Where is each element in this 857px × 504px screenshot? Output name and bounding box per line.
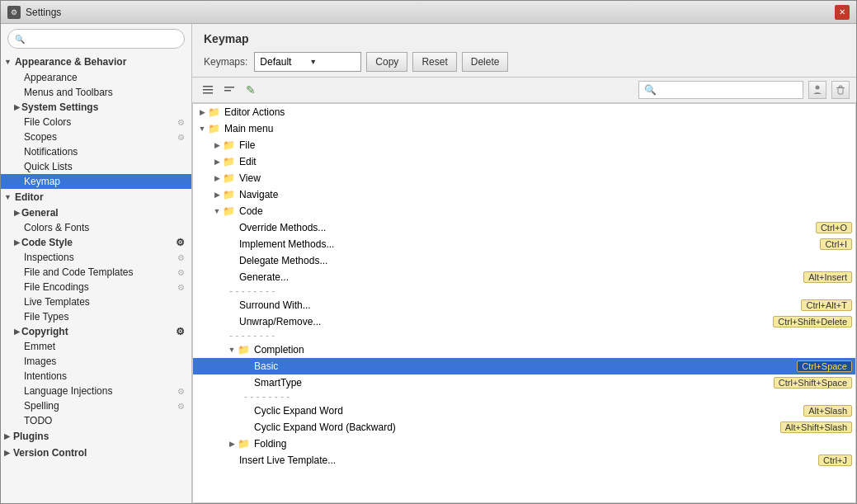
keymap-tree-row[interactable]: ▼📁Main menu <box>193 120 855 137</box>
edit-button[interactable]: ✎ <box>242 81 260 99</box>
folder-icon: 📁 <box>223 156 235 167</box>
reset-button[interactable]: Reset <box>412 52 456 72</box>
folder-icon: 📁 <box>208 106 220 118</box>
sidebar-item-notifications[interactable]: Notifications <box>1 144 191 159</box>
sidebar-search-box[interactable]: 🔍 <box>7 29 185 49</box>
keymap-tree-row[interactable]: BasicCtrl+Space <box>193 358 855 374</box>
keymap-tree-row[interactable]: ▶📁File <box>193 137 855 153</box>
keymap-item-label: Basic <box>252 360 793 372</box>
chevron-right-icon: ▶ <box>211 141 223 149</box>
keymaps-value: Default <box>260 56 306 68</box>
sidebar-item-keymap[interactable]: Keymap <box>1 174 191 189</box>
keymap-tree-row[interactable]: Generate...Alt+Insert <box>193 269 855 285</box>
keymap-tree-row[interactable]: Unwrap/Remove...Ctrl+Shift+Delete <box>193 313 855 330</box>
keymap-tree-row[interactable]: ▼📁Code <box>193 203 855 219</box>
keymap-tree-row[interactable]: ▶📁Navigate <box>193 186 855 203</box>
sidebar-item-plugins[interactable]: ▶ Plugins <box>1 428 191 445</box>
chevron-right-icon: ▶ <box>226 440 238 448</box>
keymap-tree-row[interactable]: Delegate Methods... <box>193 252 855 269</box>
sidebar-item-todo[interactable]: TODO <box>1 413 191 428</box>
chevron-down-icon: ▼ <box>4 193 12 201</box>
keymap-search-input[interactable] <box>660 85 798 95</box>
keymap-tree-row[interactable]: Cyclic Expand Word (Backward)Alt+Shift+S… <box>193 419 855 436</box>
sidebar-item-file-encodings[interactable]: File Encodings ⚙ <box>1 280 191 294</box>
keymap-tree-row[interactable]: ▶📁View <box>193 170 855 186</box>
keymaps-dropdown[interactable]: Default ▼ <box>254 52 361 72</box>
sidebar-search-input[interactable] <box>28 34 177 44</box>
sidebar-item-file-code-templates[interactable]: File and Code Templates ⚙ <box>1 265 191 280</box>
keymap-tree-row[interactable]: ▶📁Editor Actions <box>193 104 855 120</box>
shortcut-badge: Ctrl+Shift+Delete <box>773 316 852 327</box>
sidebar-item-live-templates[interactable]: Live Templates <box>1 294 191 309</box>
chevron-right-icon: ▶ <box>14 327 20 336</box>
sidebar-item-file-colors[interactable]: File Colors ⚙ <box>1 115 191 130</box>
keymap-tree-row[interactable]: Cyclic Expand WordAlt+Slash <box>193 403 855 419</box>
keymap-header: Keymap Keymaps: Default ▼ Copy Reset Del… <box>192 24 856 78</box>
keymap-tree: ▶📁Editor Actions▼📁Main menu▶📁File▶📁Edit▶… <box>192 103 856 503</box>
close-button[interactable]: ✕ <box>835 5 850 20</box>
person-icon <box>812 85 822 95</box>
expand-all-icon <box>202 84 214 96</box>
chevron-right-icon: ▶ <box>4 449 10 457</box>
separator: - - - - - - - - <box>193 330 855 341</box>
sidebar-item-colors-fonts[interactable]: Colors & Fonts <box>1 220 191 235</box>
keymap-tree-row[interactable]: Override Methods...Ctrl+O <box>193 219 855 236</box>
keymap-tree-row[interactable]: Insert Live Template...Ctrl+J <box>193 452 855 469</box>
sidebar-item-general[interactable]: ▶ General <box>1 205 191 220</box>
keymap-item-label: Generate... <box>238 271 800 283</box>
keymap-item-label: Unwrap/Remove... <box>238 316 770 327</box>
window-title: Settings <box>26 7 61 18</box>
folder-icon: 📁 <box>238 344 250 356</box>
sidebar-item-language-injections[interactable]: Language Injections ⚙ <box>1 384 191 398</box>
main-area: Keymap Keymaps: Default ▼ Copy Reset Del… <box>192 24 856 503</box>
sidebar-item-code-style[interactable]: ▶ Code Style ⚙ <box>1 235 191 250</box>
svg-point-5 <box>816 86 820 90</box>
settings-icon: ⚙ <box>177 268 185 277</box>
collapse-all-icon <box>224 84 235 96</box>
sidebar-item-quick-lists[interactable]: Quick Lists <box>1 159 191 174</box>
filter-button[interactable] <box>808 81 826 99</box>
sidebar-item-inspections[interactable]: Inspections ⚙ <box>1 250 191 265</box>
sidebar-item-file-types[interactable]: File Types <box>1 309 191 324</box>
sidebar-item-version-control[interactable]: ▶ Version Control <box>1 445 191 461</box>
settings-icon: ⚙ <box>177 402 185 411</box>
sidebar-item-scopes[interactable]: Scopes ⚙ <box>1 130 191 144</box>
shortcut-badge: Ctrl+Space <box>797 360 852 372</box>
collapse-all-button[interactable] <box>220 81 238 99</box>
keymap-tree-row[interactable]: Surround With...Ctrl+Alt+T <box>193 297 855 313</box>
sidebar-item-intentions[interactable]: Intentions <box>1 369 191 384</box>
sidebar-item-menus-toolbars[interactable]: Menus and Toolbars <box>1 85 191 100</box>
keymap-item-label: Insert Live Template... <box>238 455 815 466</box>
sidebar-item-editor[interactable]: ▼ Editor <box>1 189 191 205</box>
keymap-tree-row[interactable]: SmartTypeCtrl+Shift+Space <box>193 374 855 391</box>
delete-button[interactable]: Delete <box>462 52 509 72</box>
keymap-search-box[interactable]: 🔍 <box>638 81 803 99</box>
keymap-tree-row[interactable]: ▶📁Edit <box>193 153 855 170</box>
expand-all-button[interactable] <box>199 81 217 99</box>
sidebar-item-emmet[interactable]: Emmet <box>1 339 191 354</box>
settings-window: ⚙ Settings ✕ 🔍 ▼ Appearance & Behavior A… <box>0 0 857 504</box>
folder-icon: 📁 <box>223 172 235 184</box>
sidebar-item-appearance[interactable]: Appearance <box>1 70 191 85</box>
folder-icon: 📁 <box>223 189 235 200</box>
keymap-item-label: Cyclic Expand Word (Backward) <box>252 422 777 433</box>
search-icon: 🔍 <box>644 84 657 96</box>
keymap-tree-row[interactable]: ▼📁Completion <box>193 341 855 358</box>
sidebar-item-copyright[interactable]: ▶ Copyright ⚙ <box>1 324 191 339</box>
sidebar-item-system-settings[interactable]: ▶ System Settings <box>1 100 191 115</box>
sidebar-item-spelling[interactable]: Spelling ⚙ <box>1 398 191 413</box>
copy-button[interactable]: Copy <box>366 52 407 72</box>
keymap-tree-row[interactable]: ▶📁Folding <box>193 436 855 452</box>
sidebar-item-images[interactable]: Images <box>1 354 191 369</box>
sidebar-item-appearance-behavior[interactable]: ▼ Appearance & Behavior <box>1 54 191 70</box>
shortcut-badge: Alt+Slash <box>803 405 852 417</box>
shortcut-badge: Alt+Shift+Slash <box>780 422 852 433</box>
chevron-right-icon: ▶ <box>196 108 208 116</box>
svg-rect-2 <box>203 92 213 94</box>
shortcut-badge: Ctrl+Alt+T <box>801 299 852 311</box>
keymap-tree-row[interactable]: Implement Methods...Ctrl+I <box>193 236 855 252</box>
chevron-right-icon: ▶ <box>211 174 223 182</box>
keymap-item-label: Editor Actions <box>223 106 852 118</box>
delete-shortcut-button[interactable] <box>831 81 850 99</box>
chevron-down-icon: ▼ <box>211 207 223 215</box>
